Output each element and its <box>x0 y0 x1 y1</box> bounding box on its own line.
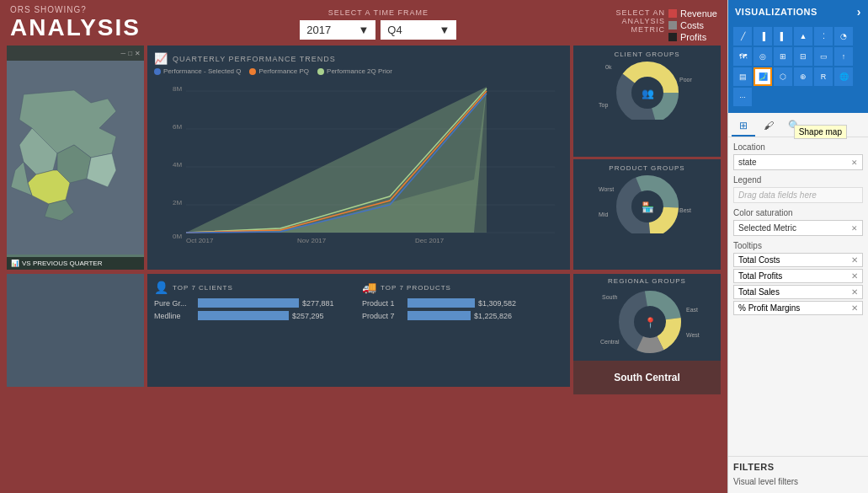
location-field: state ✕ <box>733 154 863 170</box>
tooltip-item-total-sales: Total Sales ✕ <box>733 285 863 299</box>
viz-icon-decomp[interactable]: ⊕ <box>794 67 812 86</box>
map-minimize[interactable]: ─ <box>120 50 125 57</box>
dashboard-title: ANALYSIS <box>10 14 141 41</box>
svg-text:Central: Central <box>600 339 620 345</box>
product-bar-1 <box>407 298 475 308</box>
tab-format[interactable]: 🖌 <box>757 116 780 137</box>
profits-checkbox[interactable] <box>668 33 677 41</box>
analysis-label-1: SELECT AN <box>616 8 665 17</box>
viz-icon-pie[interactable]: ◔ <box>834 27 853 46</box>
svg-text:📍: 📍 <box>644 316 657 329</box>
products-title: TOP 7 PRODUCTS <box>381 284 451 292</box>
products-icon: 🚚 <box>362 281 376 294</box>
viz-icon-scatter[interactable]: ⁚ <box>814 27 833 46</box>
legend-field[interactable]: Drag data fields here <box>733 187 863 203</box>
legend-dot-2 <box>249 68 256 75</box>
legend-dot-3 <box>317 68 324 75</box>
tooltip-costs-remove[interactable]: ✕ <box>851 255 858 265</box>
metric-revenue[interactable]: Revenue <box>668 8 717 19</box>
viz-icon-funnel[interactable]: ⬡ <box>774 67 792 86</box>
metric-profits[interactable]: Profits <box>668 32 717 42</box>
top7-products: 🚚 TOP 7 PRODUCTS Product 1 $1,309,582 Pr… <box>362 281 563 380</box>
south-central-label: South Central <box>614 372 680 383</box>
color-sat-remove-btn[interactable]: ✕ <box>851 224 858 233</box>
svg-text:4M: 4M <box>173 161 182 169</box>
legend-label-3: Performance 2Q Prior <box>327 67 392 75</box>
legend-label-1: Performance - Selected Q <box>163 67 241 75</box>
viz-icon-slicer[interactable]: ▤ <box>733 67 752 86</box>
viz-icon-shapemap[interactable]: 🗾 <box>754 67 772 86</box>
location-remove-btn[interactable]: ✕ <box>851 158 858 167</box>
tooltips-label: Tooltips <box>733 241 863 250</box>
svg-text:0k: 0k <box>605 64 612 70</box>
shapemap-tooltip: Shape map <box>794 125 847 139</box>
color-saturation-field: Selected Metric ✕ <box>733 220 863 236</box>
product-groups-title: PRODUCT GROUPS <box>578 164 716 172</box>
regional-groups-title: REGIONAL GROUPS <box>577 277 717 285</box>
quarterly-title: QUARTERLY PERFORMANCE TRENDS <box>173 55 336 63</box>
map-maximize[interactable]: □ <box>128 50 132 57</box>
quarterly-chart: 8M 6M 4M 2M 0M <box>154 78 563 243</box>
viz-icon-map[interactable]: 🗺 <box>733 47 752 66</box>
revenue-checkbox[interactable] <box>668 9 677 18</box>
svg-text:Oct 2017: Oct 2017 <box>186 237 214 243</box>
tooltip-margins-remove[interactable]: ✕ <box>851 303 858 313</box>
legend-dot-1 <box>154 68 161 75</box>
viz-icon-card[interactable]: ▭ <box>814 47 833 66</box>
legend-label-2: Performance PQ <box>258 67 309 75</box>
map-footer: 📊 VS PREVIOUS QUARTER <box>7 257 144 270</box>
client-row-2: Medline $257,295 <box>154 311 355 320</box>
viz-icon-bar2[interactable]: ▌ <box>774 27 792 46</box>
svg-text:0M: 0M <box>173 233 182 240</box>
client-row-1: Pure Gr... $277,881 <box>154 298 355 308</box>
viz-expand-btn[interactable]: › <box>857 5 861 19</box>
costs-label: Costs <box>680 20 704 30</box>
quarter-select[interactable]: Q4 ▼ <box>381 20 456 40</box>
viz-icon-line[interactable]: ╱ <box>733 27 752 46</box>
client-bar-1 <box>198 298 299 308</box>
viz-icon-globe[interactable]: 🌐 <box>834 67 853 86</box>
tooltip-sales-remove[interactable]: ✕ <box>851 287 858 297</box>
analysis-label-3: METRIC <box>616 25 665 34</box>
tooltip-item-total-costs: Total Costs ✕ <box>733 253 863 267</box>
tab-fields[interactable]: ⊞ <box>732 116 755 137</box>
timeframe-label: SELECT A TIME FRAME <box>328 8 429 17</box>
product-row-2: Product 7 $1,225,826 <box>362 311 563 320</box>
costs-checkbox[interactable] <box>668 21 677 29</box>
svg-text:Nov 2017: Nov 2017 <box>297 237 327 243</box>
tooltip-item-total-profits: Total Profits ✕ <box>733 269 863 283</box>
tooltip-profits-remove[interactable]: ✕ <box>851 271 858 281</box>
clients-icon: 👤 <box>154 281 168 294</box>
svg-text:South: South <box>602 294 617 300</box>
filters-header: FILTERS <box>733 462 863 472</box>
location-label: Location <box>733 142 863 152</box>
svg-text:Mid: Mid <box>599 212 608 217</box>
svg-text:Dec 2017: Dec 2017 <box>415 237 445 243</box>
svg-text:🏪: 🏪 <box>641 201 653 213</box>
client-bar-2 <box>198 311 289 320</box>
product-bar-2 <box>407 311 471 320</box>
svg-text:Best: Best <box>679 207 691 213</box>
regional-donut: 📍 South East West Central <box>577 287 717 354</box>
viz-icon-table[interactable]: ⊞ <box>774 47 792 66</box>
svg-text:West: West <box>686 332 700 338</box>
svg-text:👥: 👥 <box>641 87 653 99</box>
viz-icon-kpi[interactable]: ↑ <box>834 47 853 66</box>
viz-icon-area[interactable]: ▲ <box>794 27 812 46</box>
map-close[interactable]: ✕ <box>135 50 141 57</box>
svg-text:Top: Top <box>599 102 608 109</box>
profits-label: Profits <box>680 32 706 42</box>
viz-icon-matrix[interactable]: ⊟ <box>794 47 812 66</box>
color-saturation-label: Color saturation <box>733 208 863 217</box>
analysis-label-2: ANALYSIS <box>616 17 665 25</box>
svg-text:2M: 2M <box>173 199 182 206</box>
viz-icon-gauge[interactable]: ◎ <box>754 47 772 66</box>
metric-costs[interactable]: Costs <box>668 20 717 30</box>
client-groups-donut: 👥 0k Poor Top <box>597 61 698 120</box>
top7-clients: 👤 TOP 7 CLIENTS Pure Gr... $277,881 Medl… <box>154 281 355 380</box>
viz-icon-more[interactable]: ··· <box>733 88 752 106</box>
chart-icon: 📈 <box>154 52 168 65</box>
year-select[interactable]: 2017 ▼ <box>300 20 375 40</box>
viz-icon-r[interactable]: R <box>814 67 833 86</box>
viz-icon-bar[interactable]: ▐ <box>754 27 772 46</box>
